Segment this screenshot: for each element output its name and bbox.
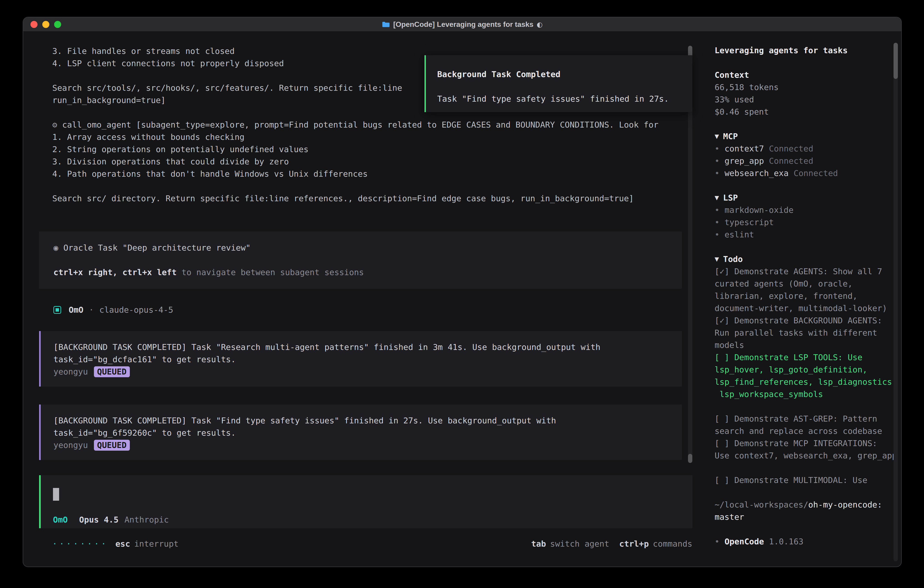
lsp-item: • markdown-oxide: [714, 204, 899, 216]
prompt-input[interactable]: OmO Opus 4.5 Anthropic: [39, 475, 692, 528]
terminal-line: Search src/ directory. Return specific f…: [23, 192, 692, 205]
terminal-line: 4. Path operations that don't handle Win…: [23, 168, 692, 180]
main-scrollbar-thumb-bottom[interactable]: [688, 454, 692, 463]
app-version-row: • OpenCode 1.0.163: [714, 535, 899, 548]
workspace-path: ~/local-workspaces/oh-my-opencode:: [714, 499, 899, 511]
collapse-triangle-icon: ▼: [714, 130, 719, 142]
titlebar: [OpenCode] Leveraging agents for tasks ◐: [23, 17, 901, 32]
gear-icon: ⚙: [52, 120, 57, 129]
status-badge: QUEUED: [94, 366, 130, 377]
hint-text: to navigate between subagent sessions: [177, 268, 364, 277]
toast-body: Task "Find type safety issues" finished …: [437, 93, 692, 105]
message-line: task_id="bg_6f59260c" to get results.: [53, 427, 682, 439]
sidebar: Leveraging agents for tasks Context 66,5…: [692, 32, 901, 567]
agent-name: OmO: [69, 304, 83, 316]
agent-checkbox-icon: [53, 306, 61, 314]
status-badge: QUEUED: [94, 440, 130, 451]
progress-icon: ◐: [536, 20, 543, 28]
sidebar-scrollbar[interactable]: [894, 43, 898, 562]
terminal-window: [OpenCode] Leveraging agents for tasks ◐…: [23, 17, 902, 567]
agent-model: claude-opus-4-5: [99, 304, 173, 316]
oracle-task-title: Oracle Task "Deep architecture review": [63, 243, 251, 253]
bullet-icon: •: [714, 142, 719, 155]
sidebar-scrollbar-thumb[interactable]: [894, 43, 898, 79]
message-block: [BACKGROUND TASK COMPLETED] Task "Resear…: [39, 331, 682, 386]
collapse-triangle-icon: ▼: [714, 253, 719, 265]
message-line: [BACKGROUND TASK COMPLETED] Task "Find t…: [53, 415, 682, 427]
window-title: [OpenCode] Leveraging agents for tasks ◐: [382, 20, 543, 29]
message-author: yeongyu: [53, 366, 88, 378]
toast-title: Background Task Completed: [437, 68, 692, 81]
mcp-section-header[interactable]: ▼ MCP: [714, 130, 899, 142]
notification-toast: Background Task Completed Task "Find typ…: [424, 55, 692, 112]
model-provider: Anthropic: [124, 514, 169, 526]
lsp-item: • eslint: [714, 228, 899, 241]
session-title: Leveraging agents for tasks: [714, 45, 848, 57]
bullet-icon: •: [714, 228, 719, 241]
todo-item-pending: [ ] Demonstrate MCP INTEGRATIONS: Use co…: [714, 437, 899, 462]
terminal-line: 2. String operations on potentially unde…: [23, 143, 692, 155]
collapse-triangle-icon: ▼: [714, 192, 719, 204]
workspace-branch: master: [714, 511, 899, 523]
mcp-item: • grep_app Connected: [714, 155, 899, 167]
bullet-icon: •: [714, 155, 719, 167]
todo-item-done: [✓] Demonstrate BACKGROUND AGENTS: Run p…: [714, 314, 899, 351]
todo-item-done: [✓] Demonstrate AGENTS: Show all 7 curat…: [714, 265, 899, 314]
terminal-main: 3. File handles or streams not closed 4.…: [23, 32, 692, 567]
message-block: [BACKGROUND TASK COMPLETED] Task "Find t…: [39, 405, 682, 460]
mcp-item: • websearch_exa Connected: [714, 167, 899, 179]
context-used: 33% used: [714, 93, 754, 106]
message-line: task_id="bg_dcfac161" to get results.: [53, 353, 682, 366]
terminal-line-blank: [23, 180, 692, 192]
todo-item-active: [ ] Demonstrate LSP TOOLS: Use lsp_hover…: [714, 351, 899, 400]
lsp-section-header[interactable]: ▼ LSP: [714, 192, 899, 204]
folder-icon: [382, 21, 390, 28]
ctrlp-key-hint: ctrl+p: [619, 538, 649, 550]
app-name: OpenCode: [724, 535, 764, 548]
message-author: yeongyu: [53, 439, 88, 451]
separator-dot: ·: [89, 304, 94, 316]
ctrlp-key-label: commands: [653, 538, 692, 550]
terminal-line: 3. Division operations that could divide…: [23, 155, 692, 168]
bullet-icon: •: [714, 204, 719, 216]
esc-key-hint: esc: [115, 538, 130, 550]
lsp-item: • typescript: [714, 216, 899, 228]
spinner-dots: ········: [52, 538, 108, 550]
active-agent-name: OmO: [53, 514, 68, 526]
bullet-icon: •: [714, 216, 719, 228]
bullet-icon: •: [714, 167, 719, 179]
active-model-name: Opus 4.5: [79, 514, 119, 526]
tab-key-label: switch agent: [550, 538, 609, 550]
minimize-button[interactable]: [42, 21, 50, 28]
tab-key-hint: tab: [531, 538, 546, 550]
status-bar: ········ esc interrupt tab switch agent …: [52, 538, 692, 550]
zoom-button[interactable]: [54, 21, 61, 28]
hint-keys: ctrl+x right, ctrl+x left: [53, 268, 177, 277]
todo-item-pending: [ ] Demonstrate AST-GREP: Pattern search…: [714, 413, 899, 437]
model-row: OmO Opus 4.5 Anthropic: [53, 514, 169, 526]
text-cursor: [53, 488, 59, 501]
app-version: 1.0.163: [769, 535, 804, 548]
record-icon: ◉: [53, 243, 58, 253]
todo-section-header[interactable]: ▼ Todo: [714, 253, 899, 265]
mcp-item: • context7 Connected: [714, 142, 899, 155]
context-spent: $0.46 spent: [714, 106, 769, 118]
agent-header-row: OmO · claude-opus-4-5: [53, 304, 692, 316]
terminal-line: 1. Array access without bounds checking: [23, 131, 692, 143]
context-tokens: 66,518 tokens: [714, 81, 779, 93]
bullet-icon: •: [714, 535, 719, 548]
tool-call-line: ⚙ call_omo_agent [subagent_type=explore,…: [23, 119, 692, 131]
todo-item-pending: [ ] Demonstrate MULTIMODAL: Use: [714, 474, 899, 486]
traffic-lights: [23, 21, 61, 28]
oracle-task-panel: ◉Oracle Task "Deep architecture review" …: [39, 231, 682, 289]
message-line: [BACKGROUND TASK COMPLETED] Task "Resear…: [53, 341, 682, 353]
window-title-text: [OpenCode] Leveraging agents for tasks: [393, 20, 533, 29]
esc-key-label: interrupt: [134, 538, 178, 550]
context-heading: Context: [714, 69, 749, 81]
close-button[interactable]: [30, 21, 38, 28]
